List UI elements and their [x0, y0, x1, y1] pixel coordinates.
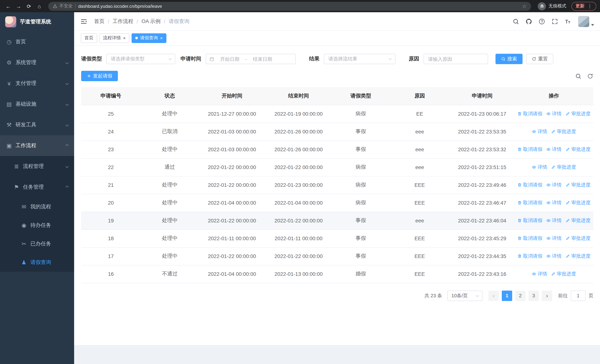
tab-process-detail[interactable]: 流程详情× — [99, 33, 129, 43]
reset-button[interactable]: 重置 — [526, 54, 553, 64]
sidebar-item-infrastructure[interactable]: ▤基础设施 — [0, 94, 74, 114]
approval-progress-link[interactable]: 审批进度 — [565, 217, 591, 224]
detail-link[interactable]: 详情 — [546, 217, 562, 224]
start-date-input[interactable] — [216, 56, 243, 62]
reason-input[interactable] — [424, 54, 488, 64]
user-menu[interactable] — [578, 16, 594, 27]
detail-link[interactable]: 详情 — [546, 146, 562, 153]
sidebar-item-workflow[interactable]: ▣工作流程 — [0, 135, 74, 156]
menu-fold-icon[interactable] — [80, 18, 87, 25]
approval-progress-link[interactable]: 审批进度 — [565, 111, 591, 117]
detail-link[interactable]: 详情 — [546, 199, 562, 206]
detail-link[interactable]: 详情 — [546, 235, 562, 242]
approval-progress-link[interactable]: 审批进度 — [565, 146, 591, 153]
chevron-down-icon — [66, 165, 69, 168]
tab-home[interactable]: 首页 — [81, 33, 97, 43]
browser-menu-icon[interactable]: ⋮ — [587, 3, 592, 9]
next-page-button[interactable]: › — [542, 290, 552, 301]
cell-leave-type: 事假 — [332, 212, 390, 229]
sidebar-item-my-process[interactable]: ✉我的流程 — [0, 197, 74, 216]
sidebar-item-todo-tasks[interactable]: ◉待办任务 — [0, 216, 74, 235]
breadcrumb-item[interactable]: 首页 — [94, 18, 104, 25]
back-icon[interactable]: ← — [4, 2, 13, 10]
chevron-down-icon — [591, 24, 594, 26]
detail-link[interactable]: 详情 — [546, 182, 562, 188]
toggle-search-icon[interactable] — [575, 73, 581, 79]
approval-progress-link[interactable]: 审批进度 — [565, 235, 591, 242]
page-button-3[interactable]: 3 — [528, 290, 539, 301]
address-bar[interactable]: 不安全 dashboard.yudao.iocoder.cn/bpm/oa/le… — [48, 2, 531, 10]
tab-leave-query[interactable]: 请假查询× — [131, 33, 166, 43]
cancel-leave-link[interactable]: 取消请假 — [517, 217, 542, 224]
detail-link[interactable]: 详情 — [532, 164, 547, 170]
approval-progress-link[interactable]: 审批进度 — [565, 182, 591, 188]
url-text: dashboard.yudao.iocoder.cn/bpm/oa/leave — [78, 3, 162, 9]
search-button[interactable]: 搜索 — [496, 54, 523, 64]
bookmark-star-icon[interactable]: ☆ — [522, 3, 527, 9]
cancel-leave-link[interactable]: 取消请假 — [517, 146, 542, 153]
cancel-leave-link[interactable]: 取消请假 — [517, 182, 542, 188]
sidebar-item-done-tasks[interactable]: ✂已办任务 — [0, 235, 74, 253]
close-tab-icon[interactable]: × — [123, 36, 126, 40]
approval-progress-link[interactable]: 审批进度 — [551, 128, 576, 135]
apply-time-range[interactable]: - — [206, 54, 296, 64]
total-count: 共 23 条 — [424, 292, 442, 299]
result-select[interactable]: 请选择流结果 — [324, 54, 395, 64]
approval-progress-link[interactable]: 审批进度 — [565, 199, 591, 206]
cell-apply-time: 2022-01-22 23:53:32 — [450, 140, 514, 158]
approval-progress-link[interactable]: 审批进度 — [565, 253, 591, 260]
cancel-leave-link[interactable]: 取消请假 — [517, 199, 542, 206]
briefcase-icon: ▣ — [6, 142, 12, 149]
breadcrumb-item[interactable]: 工作流程 — [113, 18, 133, 25]
detail-link[interactable]: 详情 — [546, 111, 562, 117]
close-tab-icon[interactable]: × — [160, 36, 163, 40]
fullscreen-icon[interactable] — [552, 18, 558, 25]
cell-end-time: 2022-01-19 00:00:00 — [265, 105, 332, 123]
approval-progress-link[interactable]: 审批进度 — [551, 164, 576, 170]
search-icon[interactable] — [513, 18, 519, 25]
end-date-input[interactable] — [249, 56, 276, 62]
goto-page-input[interactable] — [571, 290, 586, 301]
page-size-select[interactable]: 10条/页 — [447, 290, 483, 301]
cancel-leave-link[interactable]: 取消请假 — [517, 235, 542, 242]
plus-icon — [87, 74, 91, 78]
sidebar-item-home[interactable]: ◷首页 — [0, 31, 74, 52]
action-label: 详情 — [552, 253, 562, 260]
sidebar-item-system[interactable]: ⚙系统管理 — [0, 52, 74, 73]
detail-link[interactable]: 详情 — [532, 271, 547, 277]
font-size-icon[interactable] — [564, 18, 571, 25]
cell-start-time: 2022-01-11 00:00:00 — [199, 229, 265, 247]
page-button-2[interactable]: 2 — [515, 290, 525, 301]
browser-home-icon[interactable]: ⌂ — [35, 2, 44, 10]
cancel-leave-link[interactable]: 取消请假 — [517, 111, 542, 117]
prev-page-button[interactable]: ‹ — [488, 290, 499, 301]
refresh-table-icon[interactable] — [587, 73, 593, 79]
page-button-1[interactable]: 1 — [502, 290, 512, 301]
detail-link[interactable]: 详情 — [546, 253, 562, 260]
create-leave-label: 发起请假 — [93, 73, 112, 79]
sidebar: 芋道管理系统 ◷首页⚙系统管理¥支付管理▤基础设施⚒研发工具▣工作流程≣流程管理… — [0, 12, 74, 364]
edit-icon — [565, 218, 570, 223]
help-icon[interactable] — [538, 18, 545, 25]
detail-link[interactable]: 详情 — [532, 128, 547, 135]
sidebar-item-payment[interactable]: ¥支付管理 — [0, 73, 74, 94]
cell-status: 处理中 — [141, 212, 199, 229]
sidebar-item-task-management[interactable]: ⚑任务管理 — [0, 177, 74, 197]
create-leave-button[interactable]: 发起请假 — [81, 71, 118, 81]
sidebar-item-leave-query[interactable]: ♟请假查询 — [0, 253, 74, 272]
result-placeholder: 请选择流结果 — [328, 56, 357, 62]
forward-icon[interactable]: → — [14, 2, 23, 10]
cell-start-time: 2022-01-22 00:00:00 — [199, 247, 265, 265]
github-icon[interactable] — [525, 18, 532, 25]
cell-status: 处理中 — [141, 105, 199, 123]
cancel-leave-link[interactable]: 取消请假 — [517, 253, 542, 260]
active-tab-dot — [135, 37, 138, 39]
approval-progress-link[interactable]: 审批进度 — [551, 271, 576, 277]
sidebar-item-process-management[interactable]: ≣流程管理 — [0, 156, 74, 177]
update-chip[interactable]: 更新 ⋮ — [572, 2, 596, 10]
breadcrumb-item[interactable]: OA 示例 — [141, 18, 161, 25]
sidebar-item-devtools[interactable]: ⚒研发工具 — [0, 114, 74, 135]
security-status[interactable]: 不安全 — [53, 3, 73, 9]
leave-type-select[interactable]: 请选择请假类型 — [106, 54, 175, 64]
reload-icon[interactable]: ⟳ — [24, 2, 33, 10]
